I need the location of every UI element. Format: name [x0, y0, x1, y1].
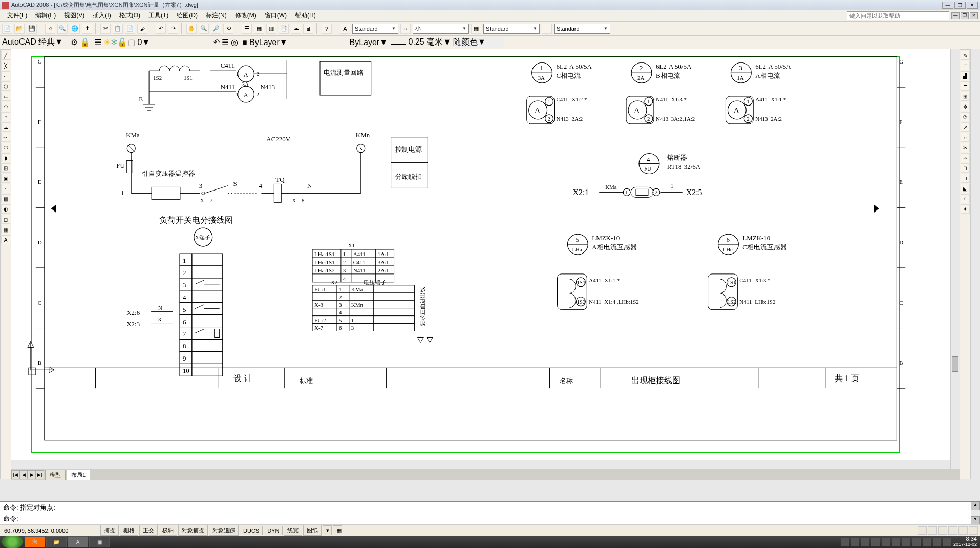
publish-button[interactable]: 🌐	[70, 24, 80, 34]
menu-tools[interactable]: 工具(T)	[144, 10, 173, 21]
taskbar-app-other[interactable]: ▣	[89, 536, 110, 547]
textstyle-icon[interactable]: A	[340, 24, 350, 34]
color-combo[interactable]: ■ ByLayer▼	[242, 38, 309, 47]
tray-icon[interactable]	[892, 538, 900, 546]
tray-icon[interactable]	[882, 538, 890, 546]
start-button[interactable]	[2, 536, 23, 548]
polygon-tool[interactable]: ⬠	[1, 81, 10, 91]
menu-window[interactable]: 窗口(W)	[261, 10, 291, 21]
statusbar-clean-icon[interactable]	[958, 526, 968, 535]
spline-tool[interactable]: 〰	[1, 133, 10, 142]
tray-icon[interactable]	[861, 538, 869, 546]
array-tool[interactable]: ⊞	[961, 92, 970, 101]
table-tool[interactable]: ▦	[1, 225, 10, 234]
cut-button[interactable]: ✂	[100, 24, 111, 34]
lineweight-toggle[interactable]: 线宽	[284, 525, 302, 536]
grid-toggle[interactable]: 栅格	[120, 525, 138, 536]
markup-button[interactable]: ☁	[291, 24, 301, 34]
menu-format[interactable]: 格式(O)	[115, 10, 144, 21]
mtext-tool[interactable]: A	[1, 235, 10, 244]
layer-combo[interactable]: ☀❄🔓▢ 0▼	[103, 37, 211, 47]
hatch-tool[interactable]: ▨	[1, 194, 10, 203]
explode-tool[interactable]: ✷	[961, 204, 970, 214]
coordinate-display[interactable]: 60.7099, 56.9452, 0.0000	[2, 528, 99, 534]
command-scroll[interactable]: ▲▼	[971, 502, 980, 524]
tray-icon[interactable]	[871, 538, 880, 546]
taskbar-app-autocad[interactable]: A	[68, 536, 88, 547]
status-extra1[interactable]: ▾	[323, 525, 332, 535]
tablestyle-icon[interactable]: ▦	[471, 24, 481, 34]
xline-tool[interactable]: ╳	[1, 61, 10, 70]
tray-network-icon[interactable]	[933, 538, 941, 546]
workspace-combo[interactable]: AutoCAD 经典▼	[2, 37, 69, 48]
scale-tool[interactable]: ⤢	[961, 122, 970, 132]
menu-help[interactable]: 帮助(H)	[291, 10, 320, 21]
mdi-minimize-button[interactable]: —	[951, 12, 960, 19]
zoom-previous-button[interactable]: ⟲	[223, 24, 233, 34]
revcloud-tool[interactable]: ☁	[1, 122, 10, 132]
menu-file[interactable]: 文件(F)	[3, 10, 31, 21]
chamfer-tool[interactable]: ◣	[961, 184, 970, 193]
rectangle-tool[interactable]: ▭	[1, 92, 10, 101]
redo-button[interactable]: ↷	[168, 24, 178, 34]
break-tool[interactable]: ⊓	[961, 163, 970, 173]
drawing-area[interactable]: GGFFEEDDCCBB 1S2 1S1 C411 A 1 2 3A N411	[11, 49, 960, 480]
menu-view[interactable]: 视图(V)	[60, 10, 89, 21]
tray-volume-icon[interactable]	[943, 538, 951, 546]
osnap-toggle[interactable]: 对象捕捉	[178, 525, 208, 536]
copy-button[interactable]: 📋	[113, 24, 123, 34]
plot-preview-button[interactable]: 🔍	[57, 24, 68, 34]
dimstyle-icon[interactable]: ↔	[400, 24, 411, 34]
3ddwf-button[interactable]: ⬆	[82, 24, 92, 34]
annotation-visibility-icon[interactable]	[928, 526, 937, 535]
menu-modify[interactable]: 修改(M)	[231, 10, 261, 21]
snap-toggle[interactable]: 捕捉	[100, 525, 119, 536]
move-tool[interactable]: ✥	[961, 102, 970, 111]
zoom-realtime-button[interactable]: 🔍	[199, 24, 209, 34]
sheetset-button[interactable]: 📑	[279, 24, 289, 34]
taskbar-app-explorer[interactable]: 📁	[46, 536, 67, 547]
command-input[interactable]: 命令:	[0, 513, 980, 524]
gradient-tool[interactable]: ◐	[1, 204, 10, 214]
tab-nav-last[interactable]: ▶|	[36, 470, 44, 479]
tray-icon[interactable]	[851, 538, 859, 546]
tray-icon[interactable]	[923, 538, 931, 546]
polar-toggle[interactable]: 极轴	[159, 525, 177, 536]
offset-tool[interactable]: ⊏	[961, 81, 970, 91]
minimize-button[interactable]: —	[942, 2, 953, 9]
insert-tool[interactable]: ⊞	[1, 163, 10, 173]
ortho-toggle[interactable]: 正交	[139, 525, 158, 536]
layer-prev-button[interactable]: ↶	[213, 37, 220, 47]
tab-nav-prev[interactable]: ◀	[19, 470, 28, 479]
menu-dimension[interactable]: 标注(N)	[202, 10, 231, 21]
pline-tool[interactable]: ⌐	[1, 71, 10, 80]
ellipse-tool[interactable]: ⬭	[1, 143, 10, 152]
undo-button[interactable]: ↶	[156, 24, 166, 34]
statusbar-lock-icon[interactable]	[948, 526, 957, 535]
status-extra2[interactable]: ▦	[333, 525, 342, 535]
line-tool[interactable]: ╱	[1, 51, 10, 60]
taskbar-app-taobao[interactable]: 淘	[25, 536, 45, 547]
canvas-vscroll[interactable]	[950, 49, 960, 469]
mlstyle-icon[interactable]: ≡	[542, 24, 552, 34]
join-tool[interactable]: ⊔	[961, 174, 970, 183]
menu-draw[interactable]: 绘图(D)	[173, 10, 202, 21]
plot-button[interactable]: 🖨	[45, 24, 55, 34]
app-vscroll[interactable]	[971, 49, 980, 480]
mdi-close-button[interactable]: ✕	[970, 12, 978, 19]
tablestyle-combo[interactable]: Standard▼	[483, 24, 540, 34]
mlstyle-combo[interactable]: Standard▼	[554, 24, 610, 34]
help-search-input[interactable]	[847, 11, 949, 20]
textstyle-combo[interactable]: Standard▼	[352, 24, 398, 34]
open-button[interactable]: 📂	[14, 24, 25, 34]
circle-tool[interactable]: ○	[1, 112, 10, 121]
workspace-lock-button[interactable]: 🔒	[80, 37, 90, 47]
otrack-toggle[interactable]: 对象追踪	[209, 525, 239, 536]
stretch-tool[interactable]: ↔	[961, 133, 970, 142]
tray-icon[interactable]	[841, 538, 849, 546]
rotate-tool[interactable]: ⟳	[961, 112, 970, 121]
dyn-toggle[interactable]: DYN	[264, 526, 283, 535]
matchprop-button[interactable]: 🖌	[137, 24, 147, 34]
quickcalc-button[interactable]: 🖩	[303, 24, 313, 34]
paper-toggle[interactable]: 图纸	[303, 525, 322, 536]
